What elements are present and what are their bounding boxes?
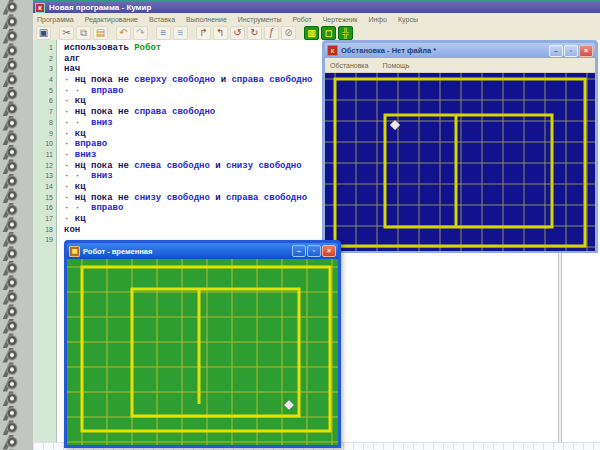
step-into-icon-glyph: ↻ <box>250 28 258 38</box>
paste-icon[interactable]: ▤ <box>93 26 108 40</box>
menu-item-1[interactable]: Редактирование <box>85 16 138 23</box>
menu-item-0[interactable]: Программа <box>37 16 74 23</box>
menu-item-2[interactable]: Вставка <box>149 16 175 23</box>
line-number: 4 <box>33 75 57 86</box>
line-text: · · вправо <box>57 86 123 97</box>
keyword-token: нач <box>64 64 80 74</box>
menu-item-4[interactable]: Инструменты <box>238 16 282 23</box>
spiral-binding <box>0 0 35 450</box>
run-icon[interactable]: ↱ <box>196 26 211 40</box>
name-token: сверху свободно <box>134 75 220 85</box>
robot-name-token: Робот <box>134 43 161 53</box>
keyword-token: нц пока не <box>75 193 134 203</box>
line-number: 10 <box>33 139 57 150</box>
robot-window[interactable]: ▦ Робот - временная –▫× <box>64 240 341 448</box>
copy-icon-glyph: ⧉ <box>80 28 87 38</box>
environment-menu-item-1[interactable]: Помощь <box>382 62 409 69</box>
menu-item-3[interactable]: Выполнение <box>186 16 227 23</box>
environment-window[interactable]: К Обстановка - Нет файла * –▫× Обстановк… <box>322 40 598 253</box>
redo-icon-glyph: ↷ <box>136 28 144 38</box>
line-number: 2 <box>33 54 57 65</box>
keyword-token: и <box>215 161 226 171</box>
name-token: справа свободно <box>226 193 307 203</box>
robot-field-window-icon[interactable]: ▥ <box>304 26 319 40</box>
menu-item-6[interactable]: Чертежник <box>323 16 358 23</box>
line-text: · кц <box>57 129 86 140</box>
text-block-icon[interactable]: ≡ <box>173 26 188 40</box>
line-number: 1 <box>33 43 57 54</box>
line-number: 13 <box>33 171 57 182</box>
keyword-token: кц <box>75 96 86 106</box>
name-token: справа свободно <box>231 75 312 85</box>
environment-maximize-button[interactable]: ▫ <box>564 45 578 57</box>
indent-dot: · <box>64 96 75 106</box>
text-block-icon-glyph: ≡ <box>178 28 184 38</box>
indent-dot: · <box>64 139 75 149</box>
indent-dot: · <box>64 193 75 203</box>
run-icon-glyph: ↱ <box>199 28 207 38</box>
keyword-token: кц <box>75 129 86 139</box>
kumir-app-icon: К <box>35 3 45 13</box>
stop-icon[interactable]: ⊘ <box>281 26 296 40</box>
robot-close-button[interactable]: × <box>322 245 336 257</box>
name-token: вниз <box>91 118 113 128</box>
keyword-token: использовать <box>64 43 134 53</box>
name-token: снизу свободно <box>226 161 302 171</box>
copy-icon[interactable]: ⧉ <box>76 26 91 40</box>
menu-bar: ПрограммаРедактированиеВставкаВыполнение… <box>33 13 600 27</box>
function-icon[interactable]: ƒ <box>264 26 279 40</box>
environment-menu-item-0[interactable]: Обстановка <box>330 62 368 69</box>
save-icon[interactable]: ▣ <box>36 26 51 40</box>
line-number: 6 <box>33 96 57 107</box>
redo-icon[interactable]: ↷ <box>133 26 148 40</box>
robot-window-toggle-icon-glyph: ◻ <box>325 29 332 38</box>
indent-dot: · <box>64 161 75 171</box>
line-number: 19 <box>33 235 57 246</box>
environment-close-button[interactable]: × <box>579 45 593 57</box>
environment-minimize-button[interactable]: – <box>549 45 563 57</box>
name-token: вниз <box>75 150 97 160</box>
environment-window-menu: ОбстановкаПомощь <box>325 58 595 73</box>
name-token: слева свободно <box>134 161 215 171</box>
robot-field-grid[interactable] <box>67 259 338 445</box>
robot-window-toggle-icon[interactable]: ◻ <box>321 26 336 40</box>
robot-maximize-button[interactable]: ▫ <box>307 245 321 257</box>
indent-dot: · <box>64 182 75 192</box>
line-text: · вправо <box>57 139 107 150</box>
indent-dot: · · <box>64 171 91 181</box>
stop-icon-glyph: ⊘ <box>284 28 292 38</box>
line-text <box>57 235 64 246</box>
line-number: 14 <box>33 182 57 193</box>
indent-dot: · <box>64 214 75 224</box>
keyword-token: алг <box>64 54 80 64</box>
environment-window-title-bar[interactable]: К Обстановка - Нет файла * –▫× <box>325 43 595 58</box>
indent-dot: · <box>64 150 75 160</box>
step-into-icon[interactable]: ↻ <box>247 26 262 40</box>
menu-item-7[interactable]: Инфо <box>368 16 387 23</box>
robot-minimize-button[interactable]: – <box>292 245 306 257</box>
line-number: 16 <box>33 203 57 214</box>
line-text: · кц <box>57 96 86 107</box>
line-text: · нц пока не справа свободно <box>57 107 215 118</box>
step-over-icon-glyph: ↺ <box>233 28 241 38</box>
environment-field-grid[interactable] <box>325 73 595 251</box>
menu-item-5[interactable]: Робот <box>292 16 311 23</box>
environment-window-icon: К <box>327 45 338 56</box>
undo-icon[interactable]: ↶ <box>116 26 131 40</box>
menu-item-8[interactable]: Курсы <box>398 16 418 23</box>
kumir-application: К Новая программа - Кумир ПрограммаРедак… <box>0 0 600 450</box>
main-title-bar[interactable]: К Новая программа - Кумир <box>33 2 600 13</box>
cut-icon[interactable]: ✂ <box>59 26 74 40</box>
keyword-token: нц пока не <box>75 161 134 171</box>
line-text: · нц пока не сверху свободно и справа св… <box>57 75 312 86</box>
robot-window-icon: ▦ <box>69 246 80 257</box>
robot-grid-window-icon[interactable]: ╬ <box>338 26 353 40</box>
insert-text-icon[interactable]: ≡ <box>156 26 171 40</box>
cut-icon-glyph: ✂ <box>62 28 70 38</box>
step-over-icon[interactable]: ↺ <box>230 26 245 40</box>
robot-window-title-bar[interactable]: ▦ Робот - временная –▫× <box>67 243 338 259</box>
line-text: · · вниз <box>57 118 113 129</box>
run-step-icon[interactable]: ↰ <box>213 26 228 40</box>
name-token: справа свободно <box>134 107 215 117</box>
line-number: 7 <box>33 107 57 118</box>
